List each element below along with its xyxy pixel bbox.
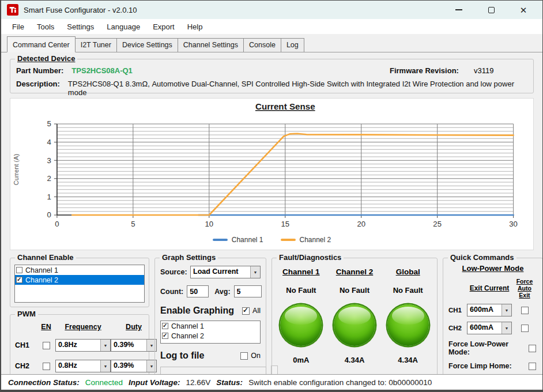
input-voltage-label: Input Voltage: [129,378,180,387]
menu-help[interactable]: Help [181,20,209,33]
fault-global-status: No Fault [393,286,423,295]
pwm-ch2-en-checkbox[interactable] [43,363,50,370]
channel-enable-item-1[interactable]: Channel 1 [15,265,144,275]
avg-input[interactable] [234,285,262,297]
count-label: Count: [160,288,183,296]
close-icon[interactable]: ✕ [514,2,533,17]
fault-column-channel1: Channel 1 No Fault 0mA [274,264,328,374]
on-label: On [251,352,261,360]
fault-column-global: Global No Fault 4.34A [381,264,435,374]
channel-enable-item-2[interactable]: Channel 2 [15,275,144,285]
svg-text:30: 30 [509,220,518,228]
svg-text:15: 15 [281,220,289,228]
pwm-frequency-header: Frequency [55,323,111,331]
svg-text:0: 0 [47,211,51,220]
graphing-channels-listbox: Channel 1 Channel 2 [160,321,261,344]
force-low-power-mode-label: Force Low-Power Mode: [448,340,529,356]
tab-i2t-tuner[interactable]: I2T Tuner [76,38,117,52]
menu-tools[interactable]: Tools [31,20,61,33]
tab-device-settings[interactable]: Device Settings [117,38,178,52]
log-file-path-input[interactable] [160,367,266,375]
global-led-indicator [387,304,429,346]
tab-log[interactable]: Log [281,38,304,52]
exit-current-header: Exit Current [467,284,512,292]
channel2-led-indicator [334,304,375,346]
ch1-exit-current-select[interactable]: 600mA▼ [467,304,512,316]
qc-ch1-label: CH1 [448,307,467,314]
svg-text:2: 2 [47,174,51,183]
tab-command-center[interactable]: Command Center [7,36,76,52]
chevron-down-icon: ▼ [250,266,260,278]
global-current-value: 4.34A [398,356,418,364]
log-on-checkbox[interactable] [240,352,248,360]
source-select[interactable]: Load Current▼ [190,266,261,278]
channel-enable-label: Channel Enable [15,253,76,262]
graph-settings-group: Graph Settings Source: Load Current▼ Cou… [154,258,266,374]
detected-device-label: Detected Device [15,54,77,63]
menu-language[interactable]: Language [100,20,146,33]
force-low-power-mode-checkbox[interactable] [529,345,536,352]
fault-global-header: Global [396,267,420,276]
svg-text:4: 4 [47,138,51,146]
firmware-revision-label: Firmware Revision: [390,66,459,75]
menu-settings[interactable]: Settings [61,20,100,33]
menu-file[interactable]: File [6,20,31,33]
force-limp-home-label: Force Limp Home: [448,362,512,370]
chevron-down-icon: ▼ [501,304,511,316]
svg-text:Current (A): Current (A) [13,154,20,185]
enable-graphing-label: Enable Graphing [160,306,234,316]
force-limp-home-checkbox[interactable] [529,363,536,370]
svg-text:10: 10 [205,220,213,228]
menu-export[interactable]: Export [146,20,181,33]
fault-diagnostics-group: Fault/Diagnostics Channel 1 No Fault 0mA… [272,258,438,374]
all-checkbox[interactable] [242,307,250,315]
firmware-revision-value: v3119 [474,66,493,75]
maximize-icon[interactable] [481,2,501,17]
graph-settings-label: Graph Settings [160,253,218,262]
tab-strip: Command Center I2T Tuner Device Settings… [1,34,542,52]
channel1-enable-label: Channel 1 [25,266,58,274]
graphing-channel-2[interactable]: Channel 2 [161,331,260,341]
app-window: Smart Fuse Configurator - v2.0.10 ✕ File… [0,0,543,392]
force-auto-exit-header: Force Auto Exit [512,278,537,299]
chevron-down-icon: ▼ [100,340,110,351]
pwm-ch1-en-checkbox[interactable] [43,342,50,349]
graphing-channel-1[interactable]: Channel 1 [161,321,260,331]
chevron-down-icon: ▼ [100,360,110,372]
pwm-en-header: EN [37,323,55,331]
minimize-icon[interactable] [449,2,469,17]
pwm-ch1-frequency-select[interactable]: 0.8Hz▼ [55,339,111,352]
channel1-enable-checkbox[interactable] [16,267,22,273]
graph-channel2-checkbox[interactable] [162,333,168,339]
svg-text:Current Sense: Current Sense [255,101,315,111]
pwm-label: PWM [15,310,38,318]
avg-label: Avg: [214,288,230,296]
ch2-exit-current-select[interactable]: 600mA▼ [467,322,512,334]
channel-enable-group: Channel Enable Channel 1 Channel 2 [10,258,149,307]
svg-text:20: 20 [357,220,365,228]
svg-text:3: 3 [47,156,51,165]
current-sense-chart: 012345051015202530Current SenseCurrent (… [10,100,533,232]
channel-enable-listbox: Channel 1 Channel 2 [14,265,145,303]
count-input[interactable] [187,285,209,297]
fault-channel1-header: Channel 1 [282,267,320,276]
all-label: All [252,307,261,315]
tab-console[interactable]: Console [244,38,281,52]
tab-channel-settings[interactable]: Channel Settings [178,38,244,52]
fault-channel1-status: No Fault [286,286,316,295]
graph-channel1-checkbox[interactable] [162,323,168,329]
pwm-ch2-frequency-select[interactable]: 0.8Hz▼ [55,360,111,372]
pwm-ch2-duty-select[interactable]: 0.39%▼ [111,360,157,372]
ch1-force-auto-exit-checkbox[interactable] [521,307,529,314]
part-number-label: Part Number: [16,66,63,75]
channel2-enable-checkbox[interactable] [16,277,22,283]
current-sense-chart-panel: 012345051015202530Current SenseCurrent (… [10,98,534,250]
svg-text:5: 5 [47,120,51,129]
chevron-down-icon: ▼ [501,322,511,334]
legend-item: Channel 1 [213,236,263,244]
qc-ch2-label: CH2 [448,325,467,331]
ch2-force-auto-exit-checkbox[interactable] [521,325,529,332]
channel1-led-indicator [280,304,322,346]
quick-commands-group: Quick Commands Low-Power Mode Exit Curre… [443,258,542,374]
pwm-ch1-duty-select[interactable]: 0.39%▼ [111,339,157,352]
